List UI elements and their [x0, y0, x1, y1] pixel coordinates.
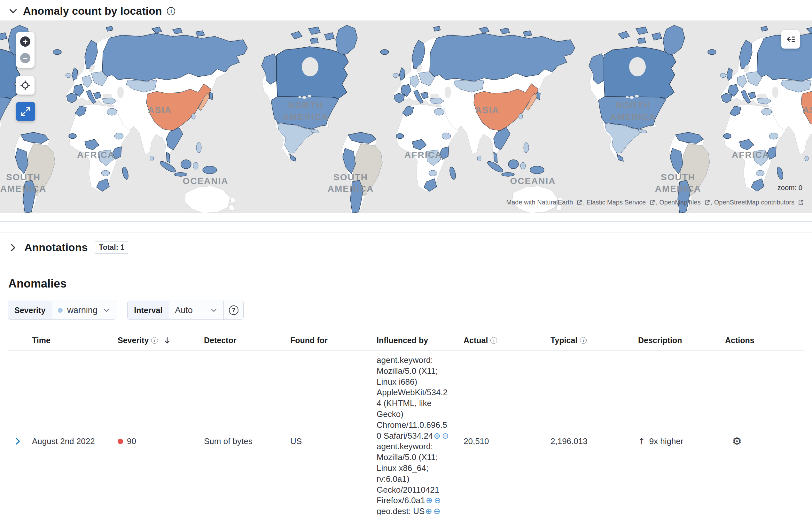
- remove-filter-icon[interactable]: ⊖: [441, 431, 450, 441]
- remove-filter-icon[interactable]: ⊖: [434, 495, 442, 505]
- table-row: August 2nd 2022 90 Sum of bytes US agent…: [8, 351, 804, 515]
- expand-annotations-button[interactable]: [8, 243, 18, 252]
- chevron-down-icon: [210, 306, 218, 314]
- anomalies-table: Time Severity i Detector Found for Influ…: [8, 331, 804, 515]
- chevron-down-icon: [8, 6, 18, 16]
- minus-icon: −: [20, 53, 30, 63]
- actual-cell: 20,510: [458, 435, 545, 448]
- anomalies-title: Anomalies: [8, 277, 804, 291]
- zoom-out-button[interactable]: −: [18, 51, 32, 65]
- column-header-time[interactable]: Time: [27, 331, 113, 350]
- external-link-icon: [704, 200, 710, 205]
- anomalies-filters: Severity warning Interval Auto ?: [8, 301, 804, 320]
- map-section-title: Anomaly count by location: [23, 5, 162, 17]
- attribution-link[interactable]: , Elastic Maps Service: [583, 199, 646, 206]
- annotations-title: Annotations: [24, 241, 88, 254]
- column-header-typical[interactable]: Typical i: [545, 331, 633, 350]
- fit-to-data-button[interactable]: [16, 76, 34, 95]
- map-attribution: Made with NaturalEarth , Elastic Maps Se…: [506, 199, 804, 206]
- interval-select[interactable]: Auto: [169, 301, 224, 320]
- expand-column-header: [8, 331, 27, 350]
- map-zoom-panel: + −: [16, 32, 34, 68]
- description-cell[interactable]: ↑ 9x higher: [633, 435, 720, 448]
- map-panel: Anomaly count by location i: [0, 0, 812, 213]
- divider: [0, 262, 812, 262]
- chevron-right-icon: [8, 243, 18, 252]
- info-icon[interactable]: i: [490, 337, 497, 344]
- detector-cell: Sum of bytes: [199, 435, 285, 448]
- add-filter-icon[interactable]: ⊕: [425, 506, 433, 515]
- anomaly-choropleth-map[interactable]: ASIA NORTH AMERICA AFRICA SOUTH AMERICA …: [0, 21, 812, 213]
- annotations-total-badge: Total: 1: [94, 241, 129, 254]
- interval-filter-label: Interval: [127, 301, 169, 320]
- description-text: 9x higher: [649, 436, 684, 446]
- column-header-detector[interactable]: Detector: [199, 331, 285, 350]
- collapse-map-section-button[interactable]: [8, 6, 18, 16]
- influencer-entry: geo.dest: US⊕⊖: [377, 506, 441, 515]
- severity-filter-group: Severity warning: [8, 301, 116, 320]
- zoom-in-button[interactable]: +: [18, 34, 32, 49]
- column-header-actual[interactable]: Actual i: [458, 331, 545, 350]
- world-map-canvas[interactable]: ASIA NORTH AMERICA AFRICA SOUTH AMERICA …: [0, 21, 812, 213]
- interval-select-value: Auto: [175, 305, 193, 315]
- anomalies-section: Anomalies Severity warning Interval Auto…: [0, 277, 812, 515]
- chevron-right-icon: [13, 437, 22, 446]
- external-link-icon: [649, 200, 655, 205]
- typical-cell: 2,196.013: [545, 435, 633, 448]
- crosshair-icon: [20, 80, 31, 91]
- collapse-legend-button[interactable]: [781, 30, 800, 49]
- full-screen-map-button[interactable]: [16, 102, 35, 121]
- severity-select[interactable]: warning: [52, 301, 116, 320]
- critical-severity-dot-icon: [118, 438, 123, 444]
- attribution-link[interactable]: Made with NaturalEarth: [506, 199, 573, 206]
- info-icon[interactable]: i: [580, 337, 587, 344]
- expand-icon: [21, 107, 31, 117]
- severity-filter-label: Severity: [8, 301, 52, 320]
- attribution-link[interactable]: , OpenStreetMap contributors: [710, 199, 794, 206]
- influencer-entry: agent.keyword: Mozilla/5.0 (X11; Linux i…: [377, 355, 450, 441]
- table-header-row: Time Severity i Detector Found for Influ…: [8, 331, 804, 351]
- time-cell: August 2nd 2022: [27, 435, 113, 448]
- add-filter-icon[interactable]: ⊕: [425, 495, 434, 505]
- actions-cell: ⚙: [720, 433, 804, 449]
- severity-select-value: warning: [67, 305, 97, 315]
- info-icon[interactable]: i: [167, 7, 175, 15]
- plus-icon: +: [20, 36, 30, 47]
- gear-icon[interactable]: ⚙: [732, 435, 742, 448]
- arrow-up-icon: ↑: [638, 436, 645, 446]
- interval-filter-group: Interval Auto ?: [127, 301, 243, 320]
- interval-help-button[interactable]: ?: [224, 301, 243, 320]
- add-filter-icon[interactable]: ⊕: [433, 431, 441, 441]
- chevron-down-icon: [103, 306, 110, 314]
- warning-severity-dot-icon: [58, 308, 63, 313]
- expand-row-cell: [8, 435, 27, 447]
- attribution-link[interactable]: , OpenMapTiles: [656, 199, 700, 206]
- annotations-panel-header: Annotations Total: 1: [0, 233, 812, 262]
- influencer-entry: agent.keyword: Mozilla/5.0 (X11; Linux x…: [377, 442, 441, 505]
- column-header-found-for[interactable]: Found for: [285, 331, 372, 350]
- external-link-icon: [576, 200, 582, 205]
- question-icon: ?: [229, 305, 238, 315]
- remove-filter-icon[interactable]: ⊖: [433, 506, 441, 515]
- found-for-cell: US: [285, 435, 372, 448]
- map-zoom-level: zoom: 0: [778, 184, 803, 192]
- severity-cell: 90: [113, 435, 199, 448]
- column-header-actions: Actions: [720, 331, 804, 350]
- column-header-influenced-by[interactable]: Influenced by: [372, 331, 458, 350]
- severity-score: 90: [127, 436, 136, 446]
- collapse-left-icon: [785, 34, 796, 44]
- external-link-icon: [798, 200, 804, 205]
- influenced-by-cell: agent.keyword: Mozilla/5.0 (X11; Linux i…: [372, 354, 458, 515]
- column-header-severity[interactable]: Severity i: [113, 331, 199, 350]
- map-panel-header: Anomaly count by location i: [0, 0, 812, 21]
- expand-row-button[interactable]: [13, 437, 22, 446]
- info-icon[interactable]: i: [151, 337, 158, 344]
- column-header-description[interactable]: Description: [633, 331, 720, 350]
- sort-descending-icon[interactable]: [163, 336, 171, 345]
